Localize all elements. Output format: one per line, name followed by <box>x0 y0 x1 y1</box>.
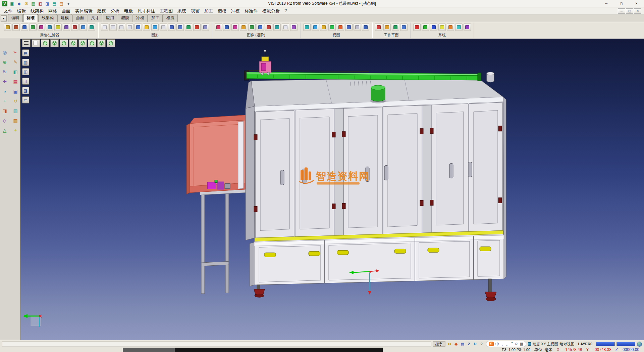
toolbar-icon[interactable] <box>71 24 78 31</box>
toolbar-icon[interactable] <box>265 24 272 31</box>
menu-item[interactable]: ? <box>282 7 289 15</box>
menu-item[interactable]: 标准件 <box>242 7 260 15</box>
toolbar-icon[interactable] <box>312 24 319 31</box>
toolbar-icon[interactable] <box>362 24 369 31</box>
toolbar-tab[interactable]: 加工 <box>148 14 163 22</box>
quick-access-icon[interactable]: ▾ <box>66 1 71 6</box>
view-orientation-button[interactable] <box>41 39 49 47</box>
toolbar-tab[interactable]: 尺寸 <box>88 14 102 22</box>
toolbar-icon[interactable] <box>282 24 289 31</box>
toolbar-icon[interactable] <box>303 24 311 31</box>
quick-access-icon[interactable]: ◆ <box>16 1 22 6</box>
maximize-button[interactable]: ▢ <box>614 0 629 7</box>
quick-access-icon[interactable]: ▤ <box>59 1 64 6</box>
toolbar-icon[interactable] <box>422 24 429 31</box>
toolbar-icon[interactable] <box>257 24 264 31</box>
left-tool-icon[interactable]: ＋ <box>1 97 8 105</box>
document-window-control[interactable]: ✕ <box>634 8 641 14</box>
left-tool-icon[interactable]: ▧ <box>12 107 19 115</box>
tray-icon[interactable]: ? <box>479 341 484 347</box>
toolbar-tab[interactable]: 建模 <box>57 14 72 22</box>
toolbar-icon[interactable] <box>320 24 327 31</box>
view-orientation-button[interactable] <box>32 39 40 47</box>
ime-toolbar-item[interactable]: ▦ <box>520 342 523 347</box>
toolbar-icon[interactable] <box>337 24 344 31</box>
rail-carriage[interactable] <box>259 50 271 75</box>
menu-item[interactable]: 分析 <box>108 7 122 15</box>
active-layer-label[interactable]: LAYER0 <box>576 342 594 346</box>
minimize-button[interactable]: ─ <box>599 0 614 7</box>
left-tool-icon[interactable]: ▦ <box>12 78 19 85</box>
viewport-tool-button[interactable]: ▭ <box>22 96 29 103</box>
menu-item[interactable]: 塑模 <box>215 7 229 15</box>
viewport-tool-button[interactable]: ◫ <box>22 68 29 75</box>
menu-item[interactable]: 冲模 <box>229 7 242 15</box>
quick-access-icon[interactable]: ▣ <box>9 1 15 6</box>
toolbar-tab[interactable]: 曲面 <box>72 14 87 22</box>
absolute-view-label[interactable]: 绝对视图 <box>560 342 575 347</box>
menu-item[interactable]: 系统 <box>175 7 189 15</box>
corner-cylinder[interactable] <box>487 72 494 82</box>
menu-item[interactable]: 编辑 <box>15 7 28 15</box>
door-panels[interactable] <box>256 102 502 238</box>
toolbar-icon[interactable] <box>438 24 446 31</box>
left-tool-icon[interactable]: ↺ <box>12 97 19 105</box>
menu-item[interactable]: 建模 <box>95 7 108 15</box>
toolbar-icon[interactable] <box>447 24 454 31</box>
left-tool-icon[interactable]: ◑ <box>1 88 8 95</box>
toolbar-icon[interactable] <box>109 24 117 31</box>
menu-item[interactable]: 曲面 <box>59 7 73 15</box>
toolbar-tab[interactable]: 模流 <box>163 14 178 22</box>
document-window-control[interactable]: ▢ <box>626 8 633 14</box>
toolbar-icon[interactable] <box>88 24 95 31</box>
tabbar-dropdown-icon[interactable]: ▾ <box>1 15 7 21</box>
toolbar-icon[interactable] <box>383 24 391 31</box>
view-orientation-button[interactable] <box>88 39 96 47</box>
tray-icon[interactable]: ✉ <box>447 341 452 347</box>
quick-access-icon[interactable]: ◧ <box>38 1 43 6</box>
toolbar-icon[interactable] <box>375 24 382 31</box>
menu-item[interactable]: 加工 <box>202 7 215 15</box>
toolbar-icon[interactable] <box>464 24 471 31</box>
toolbar-icon[interactable] <box>4 24 11 31</box>
left-tool-icon[interactable]: ◎ <box>1 49 8 56</box>
viewport-tool-button[interactable]: ▤ <box>22 49 29 56</box>
tray-icon[interactable]: ◆ <box>453 341 459 347</box>
green-cylinder-port[interactable] <box>370 85 386 103</box>
tray-icon[interactable]: 2 <box>466 341 472 347</box>
ime-toolbar-item[interactable]: ☺ <box>514 342 518 347</box>
toolbar-icon[interactable] <box>400 24 408 31</box>
toolbar-tab[interactable]: 线架构 <box>38 14 57 22</box>
menu-item[interactable]: 工程图 <box>157 7 175 15</box>
quick-access-icon[interactable]: ▦ <box>31 1 36 6</box>
menu-item[interactable]: 电极 <box>122 7 135 15</box>
support-table[interactable] <box>200 185 253 294</box>
toolbar-icon[interactable] <box>21 24 28 31</box>
left-tool-icon[interactable]: ↻ <box>1 68 8 76</box>
menu-item[interactable]: 文件 <box>1 7 15 15</box>
view-orientation-button[interactable] <box>22 39 31 47</box>
ime-toolbar-item[interactable]: ” <box>512 342 513 347</box>
ime-toolbar-item[interactable]: ， <box>501 342 504 347</box>
toolbar-icon[interactable] <box>273 24 281 31</box>
left-tool-icon[interactable]: ◨ <box>1 107 8 115</box>
left-tool-icon[interactable]: ◇ <box>1 117 8 124</box>
tray-icon[interactable]: ▤ <box>460 341 465 347</box>
view-orientation-button[interactable] <box>69 39 77 47</box>
toolbar-icon[interactable] <box>455 24 463 31</box>
current-view-widget[interactable]: 动态 XY 主视图 <box>528 342 558 347</box>
menu-item[interactable]: 线架构 <box>28 7 46 15</box>
quick-access-icon[interactable]: ⬒ <box>52 1 57 6</box>
toolbar-tab[interactable]: 塑膜 <box>118 14 132 22</box>
menu-item[interactable]: 视窗 <box>189 7 202 15</box>
main-cabinet[interactable] <box>246 77 506 301</box>
left-tool-icon[interactable]: ✦ <box>12 127 19 134</box>
toolbar-icon[interactable] <box>413 24 421 31</box>
toolbar-icon[interactable] <box>151 24 159 31</box>
toolbar-icon[interactable] <box>135 24 142 31</box>
viewport-tool-button[interactable]: ▥ <box>22 59 29 66</box>
toolbar-icon[interactable] <box>101 24 108 31</box>
toolbar-icon[interactable] <box>392 24 399 31</box>
toolbar-icon[interactable] <box>38 24 45 31</box>
toolbar-icon[interactable] <box>160 24 167 31</box>
